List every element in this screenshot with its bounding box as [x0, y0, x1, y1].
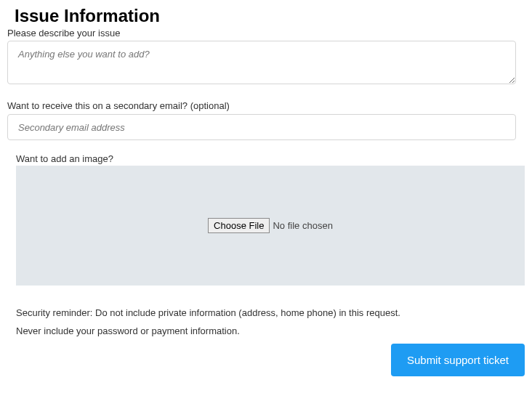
- image-dropzone[interactable]: Choose File No file chosen: [16, 166, 525, 286]
- secondary-email-label: Want to receive this on a secondary emai…: [7, 100, 525, 111]
- security-reminder-line-1: Security reminder: Do not include privat…: [16, 307, 525, 318]
- page-title: Issue Information: [15, 6, 525, 26]
- submit-button[interactable]: Submit support ticket: [391, 344, 525, 376]
- image-upload-label: Want to add an image?: [16, 153, 525, 164]
- secondary-email-section: Want to receive this on a secondary emai…: [7, 100, 525, 140]
- choose-file-button[interactable]: Choose File: [208, 218, 270, 233]
- file-status-text: No file chosen: [273, 220, 332, 231]
- issue-description-section: Please describe your issue: [7, 28, 525, 87]
- issue-textarea[interactable]: [7, 41, 516, 84]
- issue-label: Please describe your issue: [7, 28, 525, 39]
- image-upload-section: Want to add an image? Choose File No fil…: [7, 153, 525, 286]
- secondary-email-input[interactable]: [7, 114, 516, 140]
- submit-row: Submit support ticket: [7, 344, 525, 376]
- security-reminders: Security reminder: Do not include privat…: [16, 307, 525, 336]
- file-picker: Choose File No file chosen: [208, 218, 333, 233]
- security-reminder-line-2: Never include your password or payment i…: [16, 325, 525, 336]
